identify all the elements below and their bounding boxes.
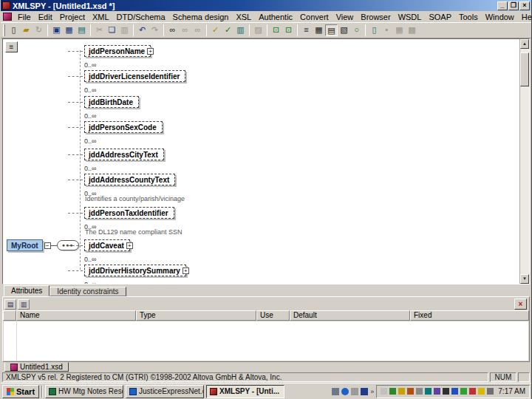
toolbar-grip[interactable] [3,24,5,36]
menu-tools[interactable]: Tools [455,13,482,21]
tray-icon[interactable] [434,388,440,395]
menu-help[interactable]: Help [518,13,532,21]
insert-row-icon[interactable]: ▥ [18,299,30,310]
menu-authentic[interactable]: Authentic [255,13,296,21]
element-jddPersonSexCode[interactable]: jddPersonSexCode [84,121,163,133]
menu-xsl[interactable]: XSL [232,13,255,21]
menu-file[interactable]: File [14,13,35,21]
column-use[interactable]: Use [256,310,290,321]
taskbar-button-xmlspy[interactable]: XMLSPY - [Unti... [206,385,284,398]
tray-icon[interactable] [451,388,458,395]
collapse-icon[interactable]: − [44,242,51,249]
taskbar-button-2[interactable]: JusticeExpressNet.com [126,385,204,398]
xsl-transform-icon[interactable]: ▨ [252,24,265,36]
browser-view-icon[interactable]: ○ [350,24,363,36]
menu-project[interactable]: Project [56,13,89,21]
project-window-icon[interactable]: ▯ [368,24,381,36]
tray-icon[interactable] [398,388,405,395]
authentic-view-icon[interactable]: ▧ [338,24,350,36]
menu-dtd-schema[interactable]: DTD/Schema [113,13,169,21]
schema-diagram-canvas[interactable]: ≡ MyRoot − ●●● jddPersonName + 0..∞ [2,38,530,284]
element-jddAddressCountyText[interactable]: jddAddressCountyText [84,174,175,185]
column-default[interactable]: Default [290,310,410,321]
restore-button[interactable]: ❐ [508,1,519,10]
column-name[interactable]: Name [16,310,136,321]
element-jddBirthDate[interactable]: jddBirthDate [84,96,139,108]
redo-icon[interactable]: ↷ [149,24,161,36]
menu-edit[interactable]: Edit [35,13,56,21]
text-view-icon[interactable]: ≡ [300,24,313,36]
tray-icon[interactable] [487,388,494,395]
find-icon[interactable]: ∞ [166,24,179,36]
open-file-icon[interactable]: ▰ [20,24,33,36]
document-system-icon[interactable] [3,13,12,21]
tray-icon[interactable] [389,388,396,395]
launch-browser-icon[interactable] [341,388,349,395]
assign-schema-icon[interactable]: ▥ [234,24,247,36]
menu-xml[interactable]: XML [89,13,113,21]
new-document-icon[interactable]: ▯ [7,24,20,36]
append-row-icon[interactable]: ▤ [4,299,16,310]
element-jddPersonName[interactable]: jddPersonName + [84,45,151,57]
grid-body[interactable] [4,321,528,361]
panel-close-icon[interactable]: × [514,299,527,310]
tray-icon[interactable] [443,388,449,395]
menu-soap[interactable]: SOAP [425,13,455,21]
element-jddAddressCityText[interactable]: jddAddressCityText [84,149,164,160]
copy-icon[interactable]: ❏ [106,24,118,36]
tray-icon[interactable] [416,388,423,395]
element-jddDriverHistorySummary[interactable]: jddDriverHistorySummary + [84,265,186,276]
expand-icon[interactable]: + [147,48,154,55]
scrollbar-thumb[interactable] [520,52,529,86]
menu-browser[interactable]: Browser [357,13,394,21]
overflow-chevron-icon[interactable]: » [370,388,374,395]
validate-icon[interactable]: ✓ [222,24,234,36]
tray-icon[interactable] [407,388,414,395]
expand-icon[interactable]: + [126,242,133,249]
grid-view-icon[interactable]: ▦ [313,24,325,36]
show-globals-button[interactable]: ≡ [5,41,18,52]
tray-icon[interactable] [469,388,476,395]
menu-window[interactable]: Window [482,13,518,21]
tray-icon[interactable] [381,388,387,395]
menu-view[interactable]: View [332,13,358,21]
show-desktop-icon[interactable] [332,388,339,395]
close-button[interactable]: × [519,1,530,10]
element-jddCaveat[interactable]: jddCaveat + [84,239,130,251]
tab-identity-constraints[interactable]: Identity constraints [50,287,126,296]
print-icon[interactable]: ▤ [75,24,88,36]
element-jddPersonTaxIdentifier[interactable]: jddPersonTaxIdentifier [84,207,174,219]
column-fixed[interactable]: Fixed [410,310,529,321]
menu-schema-design[interactable]: Schema design [169,13,233,21]
entry-helpers-icon[interactable]: ▦ [393,24,406,36]
scroll-down-icon[interactable]: ▼ [520,274,529,284]
save-all-icon[interactable]: ▦ [63,24,75,36]
paste-icon[interactable]: ▥ [118,24,131,36]
element-jddDriverLicenseIdentifier[interactable]: jddDriverLicenseIdentifier [84,70,185,82]
check-wellformed-icon[interactable]: ✓ [209,24,222,36]
scroll-up-icon[interactable]: ▲ [520,39,529,49]
root-element[interactable]: MyRoot [7,239,43,251]
tray-icon[interactable] [425,388,432,395]
menu-convert[interactable]: Convert [296,13,332,21]
tab-attributes[interactable]: Attributes [4,285,50,296]
cut-icon[interactable]: ✂ [93,24,106,36]
taskbar-button-1[interactable]: HW Mtg Notes Resolved [45,385,123,398]
xsl-fo-icon[interactable]: ⊡ [282,24,295,36]
menu-wsdl[interactable]: WSDL [395,13,426,21]
xsl-output-window-icon[interactable]: ⊡ [270,24,282,36]
find-next-icon[interactable]: ∞ [191,24,204,36]
expand-icon[interactable]: + [183,267,189,274]
reload-icon[interactable]: ↻ [33,24,45,36]
document-tab-untitled1[interactable]: Untitled1.xsd [4,362,69,372]
find-in-files-icon[interactable]: ∞ [179,24,191,36]
start-button[interactable]: Start [2,385,39,398]
launch-media-icon[interactable] [361,388,368,395]
minimize-button[interactable]: _ [497,1,508,10]
tray-icon[interactable] [478,388,485,395]
undo-icon[interactable]: ↶ [136,24,149,36]
info-window-icon[interactable]: ▪ [381,24,393,36]
vertical-scrollbar[interactable]: ▲ ▼ [519,39,529,284]
schema-design-view-icon[interactable]: ▤ [325,24,338,36]
output-window-icon[interactable]: ▩ [406,24,418,36]
